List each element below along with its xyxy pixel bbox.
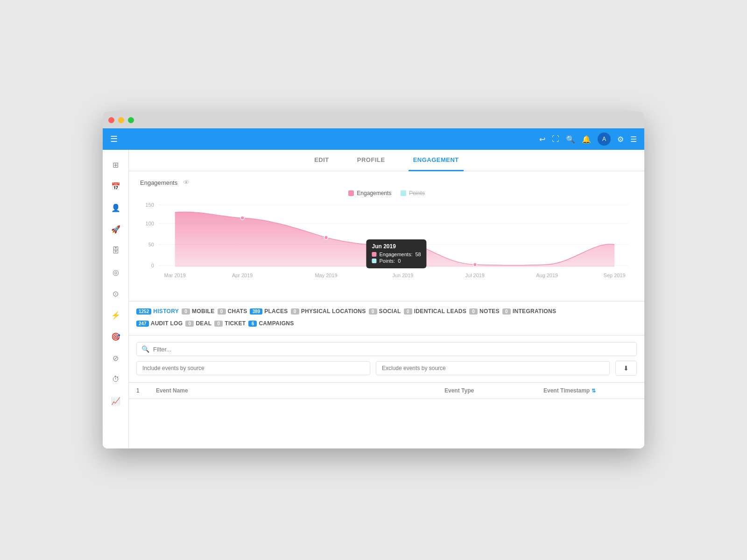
app-header: ☰ ↩ ⛶ 🔍 🔔 A ⚙ ☰	[103, 128, 644, 150]
datapoint-may	[324, 236, 328, 239]
chart-area: Engagements 👁 Engagements Points	[129, 171, 644, 301]
tab-notes[interactable]: 0 NOTES	[469, 307, 500, 315]
tooltip-row-points: Points: 0	[372, 258, 421, 264]
badge-audit-log: 247	[136, 321, 149, 327]
back-icon[interactable]: ↩	[539, 135, 545, 144]
tab-physical-locations[interactable]: 0 PHYSICAL LOCATIONS	[291, 307, 366, 315]
badge-notes: 0	[469, 308, 478, 315]
tab-places[interactable]: 389 PLACES	[250, 307, 288, 315]
app-window: ☰ ↩ ⛶ 🔍 🔔 A ⚙ ☰ ⊞ 📅 👤 🚀 🗄 ◎ ⊙ ⚡ 🎯 ⊘ ⏱ 📈	[103, 112, 644, 448]
filter-input[interactable]	[153, 346, 632, 353]
sidebar-icon-dashboard[interactable]: ⊞	[106, 155, 125, 174]
legend-engagements: Engagements	[348, 190, 391, 196]
legend-dot-points	[401, 190, 406, 196]
sidebar-icon-clock[interactable]: ⊙	[106, 284, 125, 303]
tooltip-row-engagements: Engagements: 58	[372, 252, 421, 257]
tooltip-label-engagements: Engagements:	[380, 252, 413, 257]
filter-search-box[interactable]: 🔍	[136, 342, 637, 356]
minimize-button[interactable]	[118, 117, 124, 123]
avatar[interactable]: A	[598, 133, 611, 146]
legend-dot-engagements	[348, 190, 354, 196]
exclude-events-input[interactable]	[376, 361, 610, 375]
col-event-name[interactable]: Event Name	[156, 387, 439, 394]
search-icon[interactable]: 🔍	[566, 135, 575, 144]
close-button[interactable]	[108, 117, 114, 123]
sidebar-icon-calendar[interactable]: 📅	[106, 177, 125, 196]
content-area: EDIT PROFILE ENGAGEMENT Engagements 👁 En…	[129, 150, 644, 448]
badge-identical-leads: 0	[404, 308, 412, 315]
tab-chats[interactable]: 0 CHATS	[218, 307, 247, 315]
header-left: ☰	[110, 134, 118, 144]
tab-edit[interactable]: EDIT	[310, 150, 334, 171]
tab-ticket[interactable]: 0 TICKET	[214, 319, 246, 328]
settings-icon[interactable]: ⚙	[617, 135, 624, 144]
sidebar-icon-campaigns[interactable]: 🚀	[106, 220, 125, 238]
tooltip-dot-engagements	[372, 252, 377, 257]
sidebar-icon-contacts[interactable]: 👤	[106, 198, 125, 217]
tab-integrations[interactable]: 0 INTEGRATIONS	[502, 307, 556, 315]
sidebar-icon-analytics[interactable]: 📈	[106, 392, 125, 410]
tab-mobile[interactable]: 0 MOBILE	[182, 307, 214, 315]
svg-text:50: 50	[148, 242, 154, 247]
datapoint-apr	[240, 216, 244, 220]
svg-text:May 2019: May 2019	[315, 273, 337, 278]
chart-header: Engagements 👁	[140, 179, 633, 186]
menu-icon[interactable]: ☰	[630, 135, 637, 144]
chart-container: 150 100 50 0	[140, 200, 633, 294]
label-identical-leads: IDENTICAL LEADS	[414, 308, 466, 315]
datapoint-jul	[473, 263, 477, 266]
tooltip-value-points: 0	[398, 258, 401, 264]
notification-icon[interactable]: 🔔	[582, 135, 591, 144]
table-header: 1 Event Name Event Type Event Timestamp …	[129, 383, 644, 399]
tab-campaigns[interactable]: 6 CAMPAIGNS	[248, 319, 294, 328]
sidebar-icon-hierarchy[interactable]: ⚡	[106, 306, 125, 324]
download-icon: ⬇	[623, 364, 629, 372]
tab-deal[interactable]: 0 DEAL	[185, 319, 211, 328]
download-button[interactable]: ⬇	[615, 361, 637, 376]
header-right: ↩ ⛶ 🔍 🔔 A ⚙ ☰	[539, 133, 637, 146]
badge-integrations: 0	[502, 308, 511, 315]
col-timestamp-label: Event Timestamp	[543, 387, 590, 394]
tooltip-label-points: Points:	[380, 258, 395, 264]
sidebar-icon-data[interactable]: 🗄	[106, 241, 125, 260]
tab-social[interactable]: 0 SOCIAL	[369, 307, 401, 315]
tab-history[interactable]: 1252 HISTORY	[136, 307, 179, 315]
hamburger-icon[interactable]: ☰	[110, 134, 118, 144]
title-bar	[103, 112, 644, 128]
svg-text:150: 150	[146, 202, 154, 208]
eye-icon[interactable]: 👁	[183, 179, 190, 186]
sidebar-icon-groups[interactable]: 🎯	[106, 327, 125, 346]
tab-audit-log[interactable]: 247 AUDIT LOG	[136, 319, 183, 328]
sort-icon[interactable]: ⇅	[592, 388, 596, 394]
main-layout: ⊞ 📅 👤 🚀 🗄 ◎ ⊙ ⚡ 🎯 ⊘ ⏱ 📈 EDIT PROFILE ENG…	[103, 150, 644, 448]
bottom-tabs: 1252 HISTORY 0 MOBILE 0 CHATS 389 PLACES	[129, 301, 644, 336]
badge-mobile: 0	[182, 308, 190, 315]
tooltip-dot-points	[372, 259, 377, 263]
tab-profile[interactable]: PROFILE	[352, 150, 390, 171]
filter-row: ⬇	[136, 361, 637, 376]
tooltip-title: Jun 2019	[372, 243, 421, 250]
chart-legend: Engagements Points	[140, 190, 633, 196]
sidebar-icon-blocked[interactable]: ⊘	[106, 349, 125, 367]
label-deal: DEAL	[196, 320, 211, 327]
legend-label-engagements: Engagements	[357, 190, 391, 196]
tooltip-value-engagements: 58	[415, 252, 421, 257]
col-event-type[interactable]: Event Type	[444, 387, 538, 394]
tab-engagement[interactable]: ENGAGEMENT	[409, 150, 464, 171]
badge-ticket: 0	[214, 321, 223, 327]
expand-icon[interactable]: ⛶	[552, 135, 559, 143]
maximize-button[interactable]	[128, 117, 134, 123]
col-event-timestamp[interactable]: Event Timestamp ⇅	[543, 387, 637, 394]
label-places: PLACES	[264, 308, 288, 315]
sidebar-icon-target[interactable]: ◎	[106, 263, 125, 281]
svg-text:Jul 2019: Jul 2019	[465, 273, 485, 278]
tab-identical-leads[interactable]: 0 IDENTICAL LEADS	[404, 307, 466, 315]
chart-tooltip: Jun 2019 Engagements: 58 Points: 0	[366, 239, 427, 268]
badge-social: 0	[369, 308, 377, 315]
sidebar: ⊞ 📅 👤 🚀 🗄 ◎ ⊙ ⚡ 🎯 ⊘ ⏱ 📈	[103, 150, 129, 448]
chart-title: Engagements	[140, 179, 177, 186]
svg-text:100: 100	[146, 221, 154, 226]
sidebar-icon-timer[interactable]: ⏱	[106, 370, 125, 389]
tab-row-1: 1252 HISTORY 0 MOBILE 0 CHATS 389 PLACES	[136, 307, 637, 315]
include-events-input[interactable]	[136, 361, 370, 375]
